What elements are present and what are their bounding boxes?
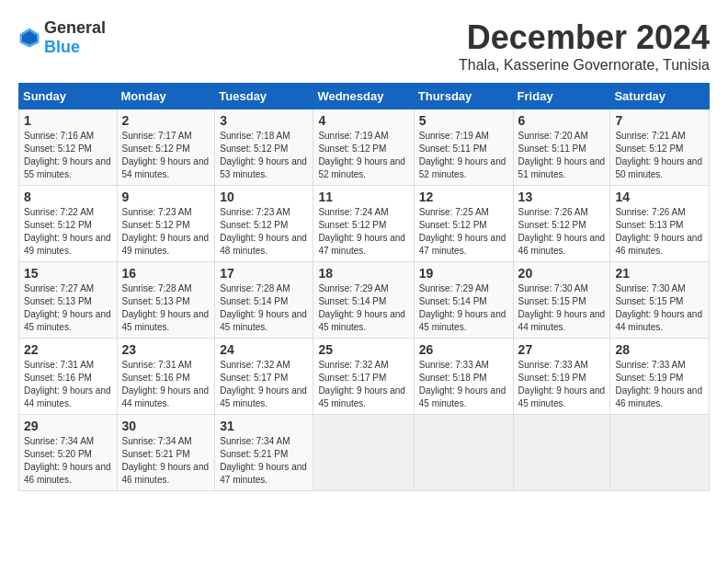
day-info: Sunrise: 7:23 AMSunset: 5:12 PMDaylight:… (122, 207, 210, 256)
calendar-week-row: 29 Sunrise: 7:34 AMSunset: 5:20 PMDaylig… (19, 415, 710, 491)
calendar-cell: 13 Sunrise: 7:26 AMSunset: 5:12 PMDaylig… (513, 186, 610, 262)
day-number: 3 (220, 113, 308, 128)
calendar-cell: 23 Sunrise: 7:31 AMSunset: 5:16 PMDaylig… (117, 339, 215, 415)
day-number: 2 (122, 113, 210, 128)
day-number: 30 (122, 419, 210, 433)
calendar-cell: 18 Sunrise: 7:29 AMSunset: 5:14 PMDaylig… (313, 262, 414, 339)
weekday-header-sunday: Sunday (19, 84, 118, 109)
day-number: 25 (318, 342, 408, 357)
day-number: 8 (24, 190, 112, 204)
day-number: 17 (220, 266, 308, 281)
logo: General Blue (18, 18, 106, 57)
day-number: 24 (220, 342, 308, 357)
calendar-week-row: 1 Sunrise: 7:16 AMSunset: 5:12 PMDayligh… (19, 109, 710, 186)
day-number: 21 (615, 266, 704, 281)
logo-general: General (44, 18, 106, 37)
day-number: 19 (419, 266, 508, 281)
day-info: Sunrise: 7:33 AMSunset: 5:19 PMDaylight:… (615, 360, 702, 408)
day-info: Sunrise: 7:34 AMSunset: 5:21 PMDaylight:… (220, 436, 307, 485)
day-info: Sunrise: 7:31 AMSunset: 5:16 PMDaylight:… (122, 360, 210, 408)
day-info: Sunrise: 7:17 AMSunset: 5:12 PMDaylight:… (122, 131, 210, 179)
day-number: 20 (518, 266, 606, 281)
day-info: Sunrise: 7:33 AMSunset: 5:19 PMDaylight:… (518, 360, 606, 408)
day-info: Sunrise: 7:34 AMSunset: 5:21 PMDaylight:… (122, 436, 210, 485)
day-info: Sunrise: 7:28 AMSunset: 5:13 PMDaylight:… (122, 283, 210, 332)
day-number: 31 (220, 419, 308, 433)
day-number: 15 (24, 266, 112, 281)
day-number: 4 (318, 113, 408, 128)
weekday-header-friday: Friday (513, 84, 610, 109)
day-info: Sunrise: 7:29 AMSunset: 5:14 PMDaylight:… (419, 283, 506, 332)
day-number: 9 (122, 190, 210, 204)
day-info: Sunrise: 7:20 AMSunset: 5:11 PMDaylight:… (518, 131, 606, 179)
day-info: Sunrise: 7:32 AMSunset: 5:17 PMDaylight:… (220, 360, 307, 408)
calendar-cell (313, 415, 414, 491)
day-info: Sunrise: 7:33 AMSunset: 5:18 PMDaylight:… (419, 360, 506, 408)
calendar-cell: 29 Sunrise: 7:34 AMSunset: 5:20 PMDaylig… (19, 415, 118, 491)
calendar-cell: 6 Sunrise: 7:20 AMSunset: 5:11 PMDayligh… (513, 109, 610, 186)
day-number: 11 (318, 190, 408, 204)
day-info: Sunrise: 7:21 AMSunset: 5:12 PMDaylight:… (615, 131, 702, 179)
calendar-cell (513, 415, 610, 491)
calendar-cell: 11 Sunrise: 7:24 AMSunset: 5:12 PMDaylig… (313, 186, 414, 262)
day-info: Sunrise: 7:19 AMSunset: 5:11 PMDaylight:… (419, 131, 506, 179)
calendar-week-row: 15 Sunrise: 7:27 AMSunset: 5:13 PMDaylig… (19, 262, 710, 339)
day-info: Sunrise: 7:27 AMSunset: 5:13 PMDaylight:… (24, 283, 111, 332)
calendar-cell: 1 Sunrise: 7:16 AMSunset: 5:12 PMDayligh… (19, 109, 118, 186)
weekday-header-tuesday: Tuesday (215, 84, 313, 109)
calendar-cell: 21 Sunrise: 7:30 AMSunset: 5:15 PMDaylig… (610, 262, 710, 339)
day-info: Sunrise: 7:22 AMSunset: 5:12 PMDaylight:… (24, 207, 111, 256)
day-number: 6 (518, 113, 606, 128)
day-info: Sunrise: 7:26 AMSunset: 5:13 PMDaylight:… (615, 207, 702, 256)
day-info: Sunrise: 7:31 AMSunset: 5:16 PMDaylight:… (24, 360, 111, 408)
calendar-cell (414, 415, 513, 491)
day-number: 7 (615, 113, 704, 128)
day-info: Sunrise: 7:23 AMSunset: 5:12 PMDaylight:… (220, 207, 307, 256)
calendar-table: SundayMondayTuesdayWednesdayThursdayFrid… (18, 83, 710, 491)
day-info: Sunrise: 7:29 AMSunset: 5:14 PMDaylight:… (318, 283, 405, 332)
logo-text: General Blue (44, 18, 106, 57)
weekday-header-monday: Monday (117, 84, 215, 109)
day-number: 26 (419, 342, 508, 357)
calendar-cell: 7 Sunrise: 7:21 AMSunset: 5:12 PMDayligh… (610, 109, 710, 186)
title-section: December 2024 Thala, Kasserine Governora… (459, 18, 710, 74)
calendar-cell: 31 Sunrise: 7:34 AMSunset: 5:21 PMDaylig… (215, 415, 313, 491)
day-number: 13 (518, 190, 606, 204)
day-info: Sunrise: 7:25 AMSunset: 5:12 PMDaylight:… (419, 207, 506, 256)
day-info: Sunrise: 7:19 AMSunset: 5:12 PMDaylight:… (318, 131, 405, 179)
logo-icon (18, 27, 40, 49)
day-info: Sunrise: 7:18 AMSunset: 5:12 PMDaylight:… (220, 131, 307, 179)
calendar-cell: 27 Sunrise: 7:33 AMSunset: 5:19 PMDaylig… (513, 339, 610, 415)
day-number: 18 (318, 266, 408, 281)
day-number: 22 (24, 342, 112, 357)
day-info: Sunrise: 7:30 AMSunset: 5:15 PMDaylight:… (518, 283, 606, 332)
day-number: 14 (615, 190, 704, 204)
calendar-cell: 9 Sunrise: 7:23 AMSunset: 5:12 PMDayligh… (117, 186, 215, 262)
day-number: 27 (518, 342, 606, 357)
calendar-cell: 3 Sunrise: 7:18 AMSunset: 5:12 PMDayligh… (215, 109, 313, 186)
day-info: Sunrise: 7:28 AMSunset: 5:14 PMDaylight:… (220, 283, 307, 332)
weekday-header-row: SundayMondayTuesdayWednesdayThursdayFrid… (19, 84, 710, 109)
calendar-cell: 16 Sunrise: 7:28 AMSunset: 5:13 PMDaylig… (117, 262, 215, 339)
calendar-cell: 25 Sunrise: 7:32 AMSunset: 5:17 PMDaylig… (313, 339, 414, 415)
calendar-cell: 14 Sunrise: 7:26 AMSunset: 5:13 PMDaylig… (610, 186, 710, 262)
calendar-week-row: 8 Sunrise: 7:22 AMSunset: 5:12 PMDayligh… (19, 186, 710, 262)
calendar-cell: 10 Sunrise: 7:23 AMSunset: 5:12 PMDaylig… (215, 186, 313, 262)
day-info: Sunrise: 7:30 AMSunset: 5:15 PMDaylight:… (615, 283, 702, 332)
calendar-cell: 2 Sunrise: 7:17 AMSunset: 5:12 PMDayligh… (117, 109, 215, 186)
day-number: 1 (24, 113, 112, 128)
calendar-cell: 4 Sunrise: 7:19 AMSunset: 5:12 PMDayligh… (313, 109, 414, 186)
calendar-cell: 19 Sunrise: 7:29 AMSunset: 5:14 PMDaylig… (414, 262, 513, 339)
day-number: 5 (419, 113, 508, 128)
weekday-header-thursday: Thursday (414, 84, 513, 109)
month-title: December 2024 (459, 18, 710, 57)
calendar-cell: 20 Sunrise: 7:30 AMSunset: 5:15 PMDaylig… (513, 262, 610, 339)
day-number: 29 (24, 419, 112, 433)
day-info: Sunrise: 7:24 AMSunset: 5:12 PMDaylight:… (318, 207, 405, 256)
calendar-cell: 26 Sunrise: 7:33 AMSunset: 5:18 PMDaylig… (414, 339, 513, 415)
day-info: Sunrise: 7:32 AMSunset: 5:17 PMDaylight:… (318, 360, 405, 408)
day-number: 10 (220, 190, 308, 204)
day-number: 23 (122, 342, 210, 357)
day-number: 16 (122, 266, 210, 281)
day-number: 12 (419, 190, 508, 204)
